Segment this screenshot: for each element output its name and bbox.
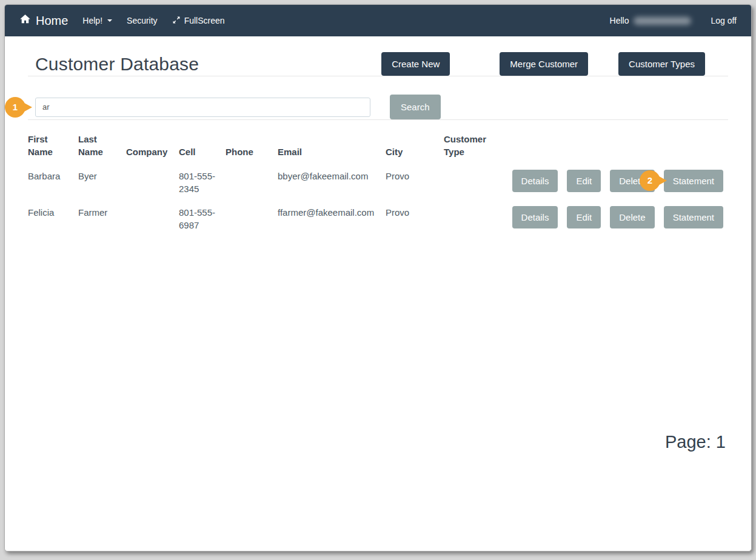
cell-phone xyxy=(226,159,278,196)
page-content: Customer Database Create New Merge Custo… xyxy=(5,52,751,452)
customer-types-button[interactable]: Customer Types xyxy=(618,52,705,76)
table-header-row: First Name Last Name Company Cell Phone … xyxy=(28,133,728,159)
greeting[interactable]: Hello xyxy=(610,16,692,25)
annotation-badge-1: 1 xyxy=(5,97,25,118)
cell-last-name: Byer xyxy=(78,159,126,196)
top-navbar: Home Help! Security FullScreen Hello Log… xyxy=(5,5,751,36)
col-email: Email xyxy=(278,133,386,159)
log-off-link[interactable]: Log off xyxy=(711,16,737,25)
statement-button[interactable]: Statement xyxy=(664,206,723,228)
col-city: City xyxy=(386,133,444,159)
nav-help-label: Help! xyxy=(82,16,102,25)
cell-phone xyxy=(226,195,278,232)
nav-fullscreen[interactable]: FullScreen xyxy=(172,16,225,26)
nav-help[interactable]: Help! xyxy=(82,16,112,25)
cell-customer-type xyxy=(444,159,507,196)
cell-company xyxy=(126,195,179,232)
nav-security-label: Security xyxy=(127,16,158,25)
app-window: Home Help! Security FullScreen Hello Log… xyxy=(4,4,752,552)
row-actions: Details Edit Delete Statement 2 xyxy=(507,170,723,192)
search-input[interactable] xyxy=(35,98,370,117)
divider xyxy=(28,76,728,76)
navbar-right: Hello Log off xyxy=(610,16,737,25)
nav-security[interactable]: Security xyxy=(127,16,158,25)
details-button[interactable]: Details xyxy=(512,206,558,228)
col-customer-type: Customer Type xyxy=(444,133,507,159)
search-button[interactable]: Search xyxy=(390,95,441,119)
details-button[interactable]: Details xyxy=(512,170,558,192)
nav-home[interactable]: Home xyxy=(19,13,68,28)
page-indicator: Page: 1 xyxy=(28,432,726,452)
cell-first-name: Felicia xyxy=(28,195,78,232)
annotation-badge-2: 2 xyxy=(640,170,660,191)
table-row: Felicia Farmer 801-555-6987 ffarmer@fake… xyxy=(28,195,728,232)
cell-email: bbyer@fakeemail.com xyxy=(278,159,386,196)
home-icon xyxy=(19,13,31,28)
cell-last-name: Farmer xyxy=(78,195,126,232)
cell-first-name: Barbara xyxy=(28,159,78,196)
table-row: Barbara Byer 801-555-2345 bbyer@fakeemai… xyxy=(28,159,728,196)
cell-company xyxy=(126,159,179,196)
annotation-badge-1-number: 1 xyxy=(13,102,18,112)
statement-button[interactable]: Statement xyxy=(664,170,723,192)
chevron-down-icon xyxy=(107,19,112,22)
page-title: Customer Database xyxy=(35,54,199,75)
col-actions xyxy=(507,133,728,159)
cell-city: Provo xyxy=(386,195,444,232)
cell-city: Provo xyxy=(386,159,444,196)
cell-cell: 801-555-2345 xyxy=(179,159,226,196)
col-cell: Cell xyxy=(179,133,226,159)
greeting-label: Hello xyxy=(610,16,629,25)
edit-button[interactable]: Edit xyxy=(567,170,601,192)
cell-email: ffarmer@fakeemail.com xyxy=(278,195,386,232)
col-phone: Phone xyxy=(226,133,278,159)
cell-customer-type xyxy=(444,195,507,232)
customer-table: First Name Last Name Company Cell Phone … xyxy=(28,133,728,232)
col-first-name: First Name xyxy=(28,133,78,159)
create-new-button[interactable]: Create New xyxy=(381,52,450,76)
delete-button[interactable]: Delete xyxy=(610,206,654,228)
merge-customer-button[interactable]: Merge Customer xyxy=(500,52,588,76)
nav-home-label: Home xyxy=(36,14,68,28)
title-row: Customer Database Create New Merge Custo… xyxy=(28,52,728,76)
edit-button[interactable]: Edit xyxy=(567,206,601,228)
col-company: Company xyxy=(126,133,179,159)
row-actions: Details Edit Delete Statement xyxy=(507,206,723,228)
cell-cell: 801-555-6987 xyxy=(179,195,226,232)
search-row: 1 Search xyxy=(35,95,728,119)
annotation-badge-2-number: 2 xyxy=(647,174,652,187)
divider xyxy=(28,119,728,120)
nav-fullscreen-label: FullScreen xyxy=(184,16,225,25)
fullscreen-icon xyxy=(172,16,181,26)
username-blurred xyxy=(634,17,691,25)
col-last-name: Last Name xyxy=(78,133,126,159)
